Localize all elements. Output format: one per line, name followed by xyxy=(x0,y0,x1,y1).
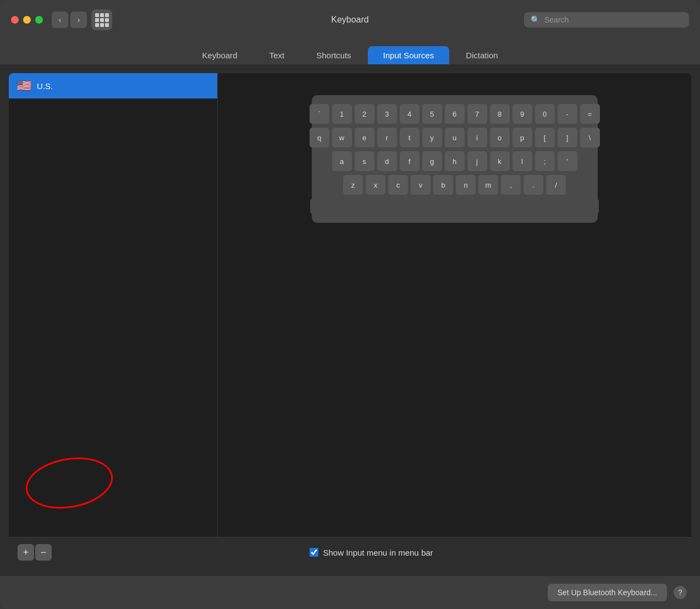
keyboard-preview-panel: ` 1 2 3 4 5 6 7 8 9 0 - = xyxy=(218,73,691,537)
window-title: Keyboard xyxy=(331,15,369,25)
key-e[interactable]: e xyxy=(355,128,374,147)
key-z[interactable]: z xyxy=(343,175,363,195)
content-area: 🇺🇸 U.S. ` 1 2 3 4 xyxy=(0,64,700,576)
key-row-2: q w e r t y u i o p [ ] \ xyxy=(319,128,590,147)
tab-keyboard[interactable]: Keyboard xyxy=(186,46,252,64)
tab-input-sources[interactable]: Input Sources xyxy=(368,46,450,64)
maximize-button[interactable] xyxy=(35,16,43,24)
us-flag-icon: 🇺🇸 xyxy=(16,79,31,93)
panel-body: 🇺🇸 U.S. ` 1 2 3 4 xyxy=(9,73,691,537)
key-space[interactable] xyxy=(422,199,505,214)
key-k[interactable]: k xyxy=(490,151,510,171)
tab-dictation[interactable]: Dictation xyxy=(450,46,513,64)
key-backtick[interactable]: ` xyxy=(310,104,329,124)
key-fn[interactable] xyxy=(310,199,334,214)
key-y[interactable]: y xyxy=(422,128,442,147)
key-a[interactable]: a xyxy=(332,151,352,171)
search-icon: 🔍 xyxy=(531,15,540,24)
add-remove-buttons: + − xyxy=(18,544,52,561)
window-bottom-bar: Set Up Bluetooth Keyboard... ? xyxy=(0,576,700,609)
nav-buttons: ‹ › xyxy=(52,12,87,28)
minimize-button[interactable] xyxy=(23,16,31,24)
key-0[interactable]: 0 xyxy=(535,104,555,124)
key-arrows[interactable] xyxy=(566,199,599,214)
key-7[interactable]: 7 xyxy=(467,104,487,124)
tab-text[interactable]: Text xyxy=(254,46,300,64)
key-apostrophe[interactable]: ' xyxy=(558,151,577,171)
key-row-4: z x c v b n m , . / xyxy=(319,175,590,195)
key-s[interactable]: s xyxy=(355,151,374,171)
panel-bottom-bar: + − Show Input menu in menu bar xyxy=(9,537,691,567)
add-input-source-button[interactable]: + xyxy=(18,544,34,561)
keyboard-window: ‹ › Keyboard 🔍 Keyboard Text Shortcuts I… xyxy=(0,0,700,609)
key-ctrl[interactable] xyxy=(337,199,361,214)
grid-icon xyxy=(95,13,109,27)
key-slash[interactable]: / xyxy=(546,175,566,195)
search-input[interactable] xyxy=(544,15,682,24)
key-x[interactable]: x xyxy=(366,175,385,195)
key-n[interactable]: n xyxy=(456,175,476,195)
key-b[interactable]: b xyxy=(433,175,453,195)
key-row-spacebar xyxy=(319,199,590,214)
key-8[interactable]: 8 xyxy=(490,104,510,124)
key-5[interactable]: 5 xyxy=(422,104,442,124)
key-cmd-right[interactable] xyxy=(508,199,536,214)
sidebar-item-label: U.S. xyxy=(37,81,53,91)
key-9[interactable]: 9 xyxy=(512,104,532,124)
key-w[interactable]: w xyxy=(332,128,352,147)
key-3[interactable]: 3 xyxy=(377,104,397,124)
key-l[interactable]: l xyxy=(512,151,532,171)
key-v[interactable]: v xyxy=(411,175,431,195)
key-minus[interactable]: - xyxy=(558,104,577,124)
grid-button[interactable] xyxy=(91,9,112,30)
forward-button[interactable]: › xyxy=(70,12,87,28)
key-lbracket[interactable]: [ xyxy=(535,128,555,147)
key-m[interactable]: m xyxy=(478,175,498,195)
close-button[interactable] xyxy=(11,16,19,24)
key-p[interactable]: p xyxy=(512,128,532,147)
key-g[interactable]: g xyxy=(422,151,442,171)
key-backslash[interactable]: \ xyxy=(580,128,600,147)
sidebar-item-us[interactable]: 🇺🇸 U.S. xyxy=(9,73,217,98)
key-6[interactable]: 6 xyxy=(445,104,465,124)
inner-panel: 🇺🇸 U.S. ` 1 2 3 4 xyxy=(9,73,691,567)
key-semicolon[interactable]: ; xyxy=(535,151,555,171)
show-input-menu-checkbox[interactable] xyxy=(310,548,318,557)
setup-bluetooth-button[interactable]: Set Up Bluetooth Keyboard... xyxy=(548,584,667,601)
keyboard-visual: ` 1 2 3 4 5 6 7 8 9 0 - = xyxy=(312,95,598,223)
key-4[interactable]: 4 xyxy=(400,104,420,124)
back-button[interactable]: ‹ xyxy=(52,12,68,28)
tabs-bar: Keyboard Text Shortcuts Input Sources Di… xyxy=(0,40,700,64)
search-bar[interactable]: 🔍 xyxy=(524,12,689,28)
show-input-menu-row: Show Input menu in menu bar xyxy=(60,548,682,557)
key-1[interactable]: 1 xyxy=(332,104,352,124)
key-c[interactable]: c xyxy=(388,175,408,195)
key-d[interactable]: d xyxy=(377,151,397,171)
key-row-3: a s d f g h j k l ; ' xyxy=(319,151,590,171)
show-input-menu-label: Show Input menu in menu bar xyxy=(323,548,433,557)
key-j[interactable]: j xyxy=(467,151,487,171)
remove-input-source-button[interactable]: − xyxy=(35,544,52,561)
key-2[interactable]: 2 xyxy=(355,104,374,124)
key-r[interactable]: r xyxy=(377,128,397,147)
tab-shortcuts[interactable]: Shortcuts xyxy=(301,46,366,64)
sidebar-empty-area xyxy=(9,98,217,537)
key-f[interactable]: f xyxy=(400,151,420,171)
key-u[interactable]: u xyxy=(445,128,465,147)
key-equals[interactable]: = xyxy=(580,104,600,124)
title-bar: ‹ › Keyboard 🔍 xyxy=(0,0,700,40)
key-comma[interactable]: , xyxy=(501,175,521,195)
key-i[interactable]: i xyxy=(467,128,487,147)
key-opt[interactable] xyxy=(364,199,388,214)
key-t[interactable]: t xyxy=(400,128,420,147)
key-cmd-left[interactable] xyxy=(391,199,420,214)
key-opt-right[interactable] xyxy=(539,199,563,214)
key-period[interactable]: . xyxy=(523,175,543,195)
key-row-1: ` 1 2 3 4 5 6 7 8 9 0 - = xyxy=(319,104,590,124)
help-button[interactable]: ? xyxy=(674,586,687,599)
key-o[interactable]: o xyxy=(490,128,510,147)
key-rbracket[interactable]: ] xyxy=(558,128,577,147)
input-sources-sidebar: 🇺🇸 U.S. xyxy=(9,73,218,537)
key-q[interactable]: q xyxy=(310,128,329,147)
key-h[interactable]: h xyxy=(445,151,465,171)
